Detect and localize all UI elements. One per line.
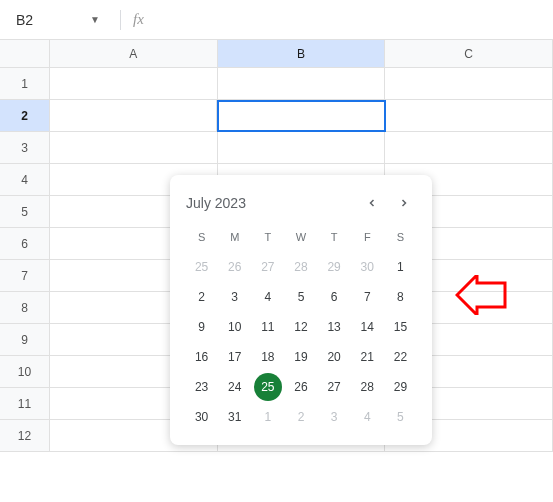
calendar-day[interactable]: 3 — [221, 283, 249, 311]
prev-month-button[interactable] — [360, 191, 384, 215]
day-of-week-label: S — [385, 227, 416, 251]
calendar-day[interactable]: 22 — [386, 343, 414, 371]
calendar-day[interactable]: 25 — [188, 253, 216, 281]
next-month-button[interactable] — [392, 191, 416, 215]
calendar-day[interactable]: 2 — [188, 283, 216, 311]
fx-icon: fx — [133, 11, 144, 28]
calendar-day[interactable]: 1 — [254, 403, 282, 431]
cell[interactable] — [217, 100, 387, 132]
calendar-day[interactable]: 14 — [353, 313, 381, 341]
calendar-day[interactable]: 29 — [320, 253, 348, 281]
calendar-day[interactable]: 11 — [254, 313, 282, 341]
row-header[interactable]: 3 — [0, 132, 50, 164]
dropdown-icon[interactable]: ▼ — [90, 14, 100, 25]
calendar-day[interactable]: 26 — [221, 253, 249, 281]
cell[interactable] — [50, 68, 218, 100]
calendar-day[interactable]: 8 — [386, 283, 414, 311]
calendar-day[interactable]: 27 — [254, 253, 282, 281]
calendar-day[interactable]: 31 — [221, 403, 249, 431]
row-header[interactable]: 4 — [0, 164, 50, 196]
calendar-day[interactable]: 30 — [353, 253, 381, 281]
calendar-day[interactable]: 26 — [287, 373, 315, 401]
calendar-day[interactable]: 10 — [221, 313, 249, 341]
day-of-week-label: M — [219, 227, 250, 251]
divider — [120, 10, 121, 30]
calendar-day[interactable]: 29 — [386, 373, 414, 401]
row-header[interactable]: 1 — [0, 68, 50, 100]
calendar-day[interactable]: 27 — [320, 373, 348, 401]
calendar-day[interactable]: 19 — [287, 343, 315, 371]
cell[interactable] — [385, 68, 553, 100]
date-picker-grid: SMTWTFS252627282930123456789101112131415… — [186, 227, 416, 431]
cell[interactable] — [50, 132, 218, 164]
select-all-corner[interactable] — [0, 40, 50, 68]
calendar-day[interactable]: 28 — [353, 373, 381, 401]
calendar-day[interactable]: 5 — [287, 283, 315, 311]
date-picker-title[interactable]: July 2023 — [186, 195, 246, 211]
date-picker-nav — [360, 191, 416, 215]
cell[interactable] — [385, 132, 553, 164]
cell-reference: B2 — [16, 12, 33, 28]
calendar-day[interactable]: 3 — [320, 403, 348, 431]
row-header[interactable]: 6 — [0, 228, 50, 260]
cell[interactable] — [50, 100, 217, 132]
cell[interactable] — [386, 100, 553, 132]
date-picker: July 2023 SMTWTFS25262728293012345678910… — [170, 175, 432, 445]
calendar-day[interactable]: 6 — [320, 283, 348, 311]
calendar-day[interactable]: 2 — [287, 403, 315, 431]
row-header[interactable]: 2 — [0, 100, 50, 132]
calendar-day[interactable]: 21 — [353, 343, 381, 371]
calendar-day[interactable]: 23 — [188, 373, 216, 401]
calendar-day[interactable]: 16 — [188, 343, 216, 371]
calendar-day[interactable]: 28 — [287, 253, 315, 281]
column-header[interactable]: A — [50, 40, 218, 68]
day-of-week-label: S — [186, 227, 217, 251]
calendar-day[interactable]: 15 — [386, 313, 414, 341]
cell[interactable] — [218, 132, 386, 164]
calendar-day[interactable]: 5 — [386, 403, 414, 431]
row-header[interactable]: 5 — [0, 196, 50, 228]
calendar-day[interactable]: 18 — [254, 343, 282, 371]
formula-bar: B2 ▼ fx — [0, 0, 553, 40]
calendar-day[interactable]: 24 — [221, 373, 249, 401]
calendar-day[interactable]: 20 — [320, 343, 348, 371]
column-header[interactable]: C — [385, 40, 553, 68]
row-header[interactable]: 9 — [0, 324, 50, 356]
date-picker-header: July 2023 — [186, 191, 416, 215]
calendar-day[interactable]: 13 — [320, 313, 348, 341]
row-header[interactable]: 11 — [0, 388, 50, 420]
calendar-day[interactable]: 12 — [287, 313, 315, 341]
calendar-day[interactable]: 7 — [353, 283, 381, 311]
row-header[interactable]: 7 — [0, 260, 50, 292]
row-header[interactable]: 8 — [0, 292, 50, 324]
grid-row: 2 — [0, 100, 553, 132]
calendar-day[interactable]: 30 — [188, 403, 216, 431]
grid-row: 3 — [0, 132, 553, 164]
calendar-day[interactable]: 25 — [254, 373, 282, 401]
calendar-day[interactable]: 4 — [353, 403, 381, 431]
day-of-week-label: F — [352, 227, 383, 251]
calendar-day[interactable]: 1 — [386, 253, 414, 281]
row-header[interactable]: 10 — [0, 356, 50, 388]
day-of-week-label: T — [319, 227, 350, 251]
calendar-day[interactable]: 9 — [188, 313, 216, 341]
calendar-day[interactable]: 17 — [221, 343, 249, 371]
annotation-arrow-icon — [455, 275, 510, 319]
column-header[interactable]: B — [218, 40, 386, 68]
day-of-week-label: T — [252, 227, 283, 251]
grid-row: 1 — [0, 68, 553, 100]
calendar-day[interactable]: 4 — [254, 283, 282, 311]
day-of-week-label: W — [285, 227, 316, 251]
column-headers: ABC — [0, 40, 553, 68]
cell[interactable] — [218, 68, 386, 100]
name-box[interactable]: B2 ▼ — [8, 8, 108, 32]
row-header[interactable]: 12 — [0, 420, 50, 452]
